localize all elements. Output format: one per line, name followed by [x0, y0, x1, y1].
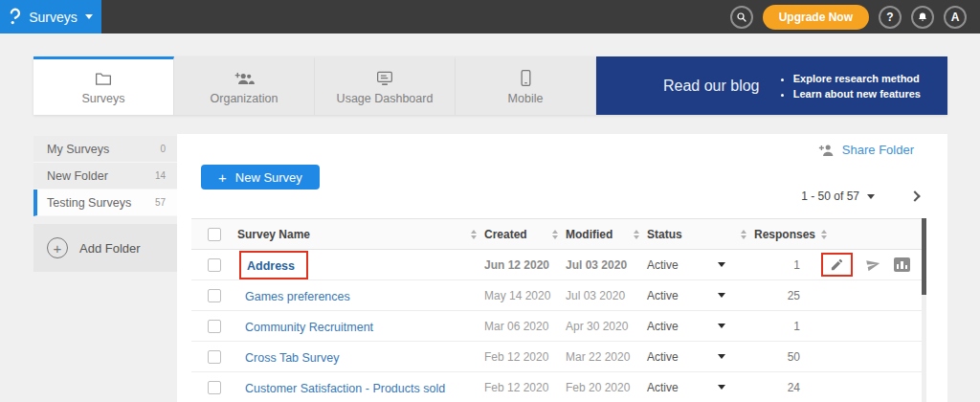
responses-count: 24 — [754, 381, 821, 394]
reports-bar-chart-icon[interactable] — [894, 257, 910, 272]
status-dropdown-caret[interactable] — [718, 293, 725, 298]
survey-name-link[interactable]: Cross Tab Survey — [245, 351, 339, 365]
banner-title: Read our blog — [663, 78, 760, 95]
folder-label: New Folder — [47, 169, 108, 183]
table-row: Cross Tab Survey Feb 12 2020 Mar 22 2020… — [191, 342, 924, 372]
status-dropdown-caret[interactable] — [718, 262, 725, 267]
proprofs-logo-icon — [9, 8, 21, 26]
survey-name-link[interactable]: Community Recruitment — [245, 321, 373, 334]
created-date: May 14 2020 — [484, 289, 566, 302]
survey-name-link[interactable]: Games preferences — [245, 290, 350, 303]
pagination: 1 - 50 of 57 — [801, 190, 919, 203]
status-label: Active — [647, 320, 679, 333]
avatar[interactable]: A — [944, 6, 967, 29]
notifications-button[interactable] — [911, 6, 934, 29]
next-page-chevron[interactable] — [909, 190, 920, 201]
row-checkbox[interactable] — [208, 381, 221, 394]
column-header-modified[interactable]: Modified — [566, 228, 647, 241]
scrollbar-thumb[interactable] — [922, 218, 926, 295]
sidebar-item-new-folder[interactable]: New Folder 14 — [33, 163, 177, 190]
tab-organization[interactable]: Organization — [174, 56, 315, 115]
status-label: Active — [647, 258, 679, 272]
app-menu-label: Surveys — [29, 10, 78, 25]
sort-icon[interactable] — [821, 230, 827, 239]
tab-mobile[interactable]: Mobile — [456, 56, 596, 115]
new-survey-button[interactable]: + New Survey — [201, 165, 320, 190]
tab-usage-dashboard[interactable]: Usage Dashboard — [315, 56, 456, 115]
pagination-range: 1 - 50 of 57 — [801, 190, 859, 203]
created-date: Feb 12 2020 — [484, 350, 566, 364]
column-header-status[interactable]: Status — [647, 228, 754, 241]
sort-icon[interactable] — [741, 230, 746, 239]
banner-bullet: Explore research method — [793, 73, 921, 84]
table-row: Games preferences May 14 2020 Jul 03 202… — [191, 280, 924, 311]
chevron-down-icon — [85, 14, 93, 19]
folder-count: 57 — [155, 197, 166, 208]
modified-date: Jul 03 2020 — [566, 258, 647, 272]
plus-circle-icon: + — [47, 237, 68, 258]
select-all-checkbox[interactable] — [208, 228, 221, 241]
column-header-created[interactable]: Created — [484, 228, 566, 241]
status-dropdown-caret[interactable] — [718, 354, 725, 359]
add-folder-button[interactable]: + Add Folder — [33, 224, 177, 272]
tab-label: Organization — [211, 92, 278, 105]
edit-pencil-icon[interactable] — [830, 257, 844, 272]
row-checkbox[interactable] — [208, 289, 221, 302]
sort-icon[interactable] — [634, 230, 639, 239]
surveys-app-menu[interactable]: Surveys — [0, 0, 101, 34]
tab-label: Surveys — [81, 92, 124, 105]
blog-banner[interactable]: Read our blog Explore research method Le… — [596, 56, 947, 115]
search-button[interactable] — [730, 6, 753, 29]
responses-count: 25 — [754, 289, 821, 302]
phone-icon — [520, 69, 532, 87]
table-row: Address Jun 12 2020 Jul 03 2020 Active 1 — [191, 250, 924, 280]
folder-count: 14 — [155, 170, 166, 181]
people-plus-icon — [234, 70, 256, 87]
sort-icon[interactable] — [471, 230, 477, 239]
status-dropdown-caret[interactable] — [718, 324, 725, 328]
modified-date: Feb 20 2020 — [566, 381, 647, 394]
folder-label: Testing Surveys — [47, 196, 131, 210]
column-label: Created — [484, 228, 527, 241]
table-header-row: Survey Name Created Modified Status Resp… — [191, 219, 924, 250]
row-checkbox[interactable] — [208, 258, 221, 272]
upgrade-now-button[interactable]: Upgrade Now — [763, 5, 869, 30]
status-label: Active — [647, 350, 679, 364]
row-checkbox[interactable] — [208, 350, 221, 364]
tab-strip: Surveys Organization Usage Dashboard Mob… — [33, 56, 947, 115]
highlight-box-edit-icon — [821, 253, 853, 277]
table-row: Community Recruitment Mar 06 2020 Apr 30… — [191, 311, 924, 342]
sidebar-item-testing-surveys[interactable]: Testing Surveys 57 — [33, 190, 177, 216]
column-label: Responses — [754, 228, 815, 241]
modified-date: Jul 03 2020 — [566, 289, 647, 302]
add-folder-label: Add Folder — [79, 241, 141, 256]
responses-count: 1 — [754, 258, 821, 272]
row-checkbox[interactable] — [208, 320, 221, 333]
tab-label: Usage Dashboard — [337, 92, 434, 105]
sort-icon[interactable] — [552, 230, 558, 239]
main-panel: Share Folder + New Survey 1 - 50 of 57 S… — [177, 134, 947, 402]
new-survey-label: New Survey — [235, 170, 302, 185]
survey-name-link[interactable]: Customer Satisfaction - Products sold — [245, 382, 445, 395]
status-label: Active — [647, 289, 679, 302]
column-header-responses[interactable]: Responses — [754, 228, 924, 241]
tab-surveys[interactable]: Surveys — [33, 56, 174, 115]
column-header-survey-name[interactable]: Survey Name — [237, 228, 484, 241]
column-label: Status — [647, 228, 682, 241]
sidebar-item-my-surveys[interactable]: My Surveys 0 — [33, 136, 177, 163]
table-row: Customer Satisfaction - Products sold Fe… — [191, 372, 924, 402]
pagination-dropdown-caret[interactable] — [867, 194, 875, 199]
help-button[interactable]: ? — [879, 6, 902, 29]
share-folder-button[interactable]: Share Folder — [818, 143, 914, 157]
surveys-table: Survey Name Created Modified Status Resp… — [191, 218, 924, 402]
responses-count: 1 — [754, 320, 821, 333]
share-folder-label: Share Folder — [842, 143, 914, 157]
status-dropdown-caret[interactable] — [718, 385, 725, 390]
created-date: Jun 12 2020 — [484, 258, 566, 272]
banner-bullet-list: Explore research method Learn about new … — [778, 69, 921, 103]
question-mark-icon: ? — [886, 11, 893, 24]
monitor-icon — [375, 70, 394, 87]
survey-name-link[interactable]: Address — [247, 259, 295, 273]
send-paper-plane-icon[interactable] — [864, 256, 883, 273]
tab-label: Mobile — [508, 92, 544, 105]
